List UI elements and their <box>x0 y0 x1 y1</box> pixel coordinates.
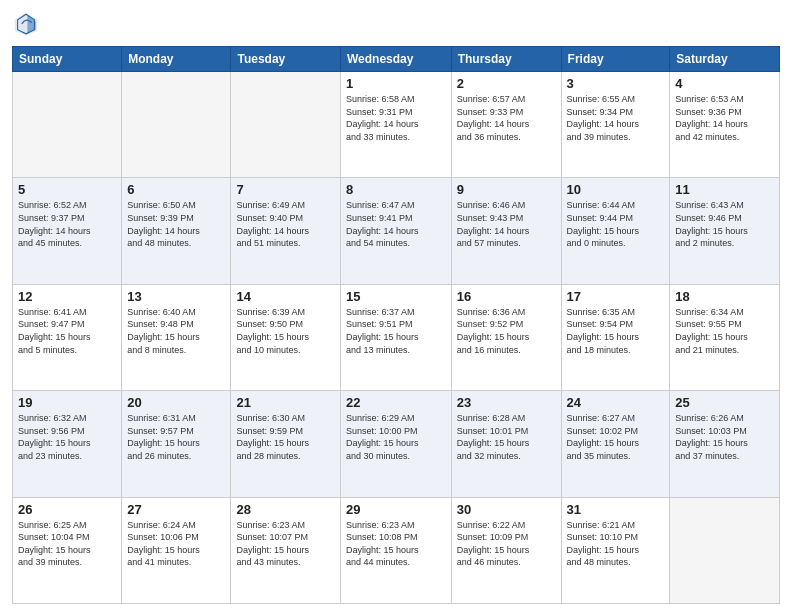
day-info: Sunrise: 6:50 AM Sunset: 9:39 PM Dayligh… <box>127 199 225 249</box>
day-cell: 3Sunrise: 6:55 AM Sunset: 9:34 PM Daylig… <box>561 72 670 178</box>
day-info: Sunrise: 6:27 AM Sunset: 10:02 PM Daylig… <box>567 412 665 462</box>
day-cell <box>670 497 780 603</box>
day-info: Sunrise: 6:21 AM Sunset: 10:10 PM Daylig… <box>567 519 665 569</box>
day-number: 28 <box>236 502 334 517</box>
day-cell: 20Sunrise: 6:31 AM Sunset: 9:57 PM Dayli… <box>122 391 231 497</box>
page: SundayMondayTuesdayWednesdayThursdayFrid… <box>0 0 792 612</box>
day-cell <box>122 72 231 178</box>
day-cell: 1Sunrise: 6:58 AM Sunset: 9:31 PM Daylig… <box>340 72 451 178</box>
day-info: Sunrise: 6:22 AM Sunset: 10:09 PM Daylig… <box>457 519 556 569</box>
day-cell: 9Sunrise: 6:46 AM Sunset: 9:43 PM Daylig… <box>451 178 561 284</box>
day-number: 31 <box>567 502 665 517</box>
day-cell: 5Sunrise: 6:52 AM Sunset: 9:37 PM Daylig… <box>13 178 122 284</box>
day-cell: 31Sunrise: 6:21 AM Sunset: 10:10 PM Dayl… <box>561 497 670 603</box>
day-info: Sunrise: 6:49 AM Sunset: 9:40 PM Dayligh… <box>236 199 334 249</box>
day-info: Sunrise: 6:40 AM Sunset: 9:48 PM Dayligh… <box>127 306 225 356</box>
day-number: 9 <box>457 182 556 197</box>
weekday-header-friday: Friday <box>561 47 670 72</box>
day-number: 13 <box>127 289 225 304</box>
day-info: Sunrise: 6:41 AM Sunset: 9:47 PM Dayligh… <box>18 306 116 356</box>
day-info: Sunrise: 6:36 AM Sunset: 9:52 PM Dayligh… <box>457 306 556 356</box>
day-number: 23 <box>457 395 556 410</box>
weekday-header-row: SundayMondayTuesdayWednesdayThursdayFrid… <box>13 47 780 72</box>
day-info: Sunrise: 6:29 AM Sunset: 10:00 PM Daylig… <box>346 412 446 462</box>
day-cell: 11Sunrise: 6:43 AM Sunset: 9:46 PM Dayli… <box>670 178 780 284</box>
week-row-1: 1Sunrise: 6:58 AM Sunset: 9:31 PM Daylig… <box>13 72 780 178</box>
week-row-4: 19Sunrise: 6:32 AM Sunset: 9:56 PM Dayli… <box>13 391 780 497</box>
day-cell: 24Sunrise: 6:27 AM Sunset: 10:02 PM Dayl… <box>561 391 670 497</box>
day-info: Sunrise: 6:31 AM Sunset: 9:57 PM Dayligh… <box>127 412 225 462</box>
day-info: Sunrise: 6:23 AM Sunset: 10:07 PM Daylig… <box>236 519 334 569</box>
weekday-header-monday: Monday <box>122 47 231 72</box>
day-cell: 21Sunrise: 6:30 AM Sunset: 9:59 PM Dayli… <box>231 391 340 497</box>
day-info: Sunrise: 6:23 AM Sunset: 10:08 PM Daylig… <box>346 519 446 569</box>
day-number: 15 <box>346 289 446 304</box>
day-cell: 23Sunrise: 6:28 AM Sunset: 10:01 PM Dayl… <box>451 391 561 497</box>
day-cell: 25Sunrise: 6:26 AM Sunset: 10:03 PM Dayl… <box>670 391 780 497</box>
day-info: Sunrise: 6:43 AM Sunset: 9:46 PM Dayligh… <box>675 199 774 249</box>
day-cell: 10Sunrise: 6:44 AM Sunset: 9:44 PM Dayli… <box>561 178 670 284</box>
day-number: 4 <box>675 76 774 91</box>
day-number: 30 <box>457 502 556 517</box>
day-number: 25 <box>675 395 774 410</box>
week-row-3: 12Sunrise: 6:41 AM Sunset: 9:47 PM Dayli… <box>13 284 780 390</box>
day-info: Sunrise: 6:44 AM Sunset: 9:44 PM Dayligh… <box>567 199 665 249</box>
day-number: 20 <box>127 395 225 410</box>
day-cell: 18Sunrise: 6:34 AM Sunset: 9:55 PM Dayli… <box>670 284 780 390</box>
day-info: Sunrise: 6:25 AM Sunset: 10:04 PM Daylig… <box>18 519 116 569</box>
day-number: 11 <box>675 182 774 197</box>
day-number: 18 <box>675 289 774 304</box>
day-cell: 19Sunrise: 6:32 AM Sunset: 9:56 PM Dayli… <box>13 391 122 497</box>
day-info: Sunrise: 6:26 AM Sunset: 10:03 PM Daylig… <box>675 412 774 462</box>
day-number: 1 <box>346 76 446 91</box>
day-cell: 17Sunrise: 6:35 AM Sunset: 9:54 PM Dayli… <box>561 284 670 390</box>
day-cell: 16Sunrise: 6:36 AM Sunset: 9:52 PM Dayli… <box>451 284 561 390</box>
day-info: Sunrise: 6:47 AM Sunset: 9:41 PM Dayligh… <box>346 199 446 249</box>
day-info: Sunrise: 6:32 AM Sunset: 9:56 PM Dayligh… <box>18 412 116 462</box>
day-number: 7 <box>236 182 334 197</box>
day-cell: 30Sunrise: 6:22 AM Sunset: 10:09 PM Dayl… <box>451 497 561 603</box>
day-info: Sunrise: 6:46 AM Sunset: 9:43 PM Dayligh… <box>457 199 556 249</box>
day-cell: 29Sunrise: 6:23 AM Sunset: 10:08 PM Dayl… <box>340 497 451 603</box>
day-number: 2 <box>457 76 556 91</box>
day-number: 27 <box>127 502 225 517</box>
day-info: Sunrise: 6:53 AM Sunset: 9:36 PM Dayligh… <box>675 93 774 143</box>
day-number: 29 <box>346 502 446 517</box>
calendar: SundayMondayTuesdayWednesdayThursdayFrid… <box>12 46 780 604</box>
day-number: 12 <box>18 289 116 304</box>
day-cell: 26Sunrise: 6:25 AM Sunset: 10:04 PM Dayl… <box>13 497 122 603</box>
day-info: Sunrise: 6:58 AM Sunset: 9:31 PM Dayligh… <box>346 93 446 143</box>
day-cell: 22Sunrise: 6:29 AM Sunset: 10:00 PM Dayl… <box>340 391 451 497</box>
day-number: 22 <box>346 395 446 410</box>
logo <box>12 10 44 38</box>
day-number: 21 <box>236 395 334 410</box>
day-cell: 13Sunrise: 6:40 AM Sunset: 9:48 PM Dayli… <box>122 284 231 390</box>
day-number: 5 <box>18 182 116 197</box>
day-info: Sunrise: 6:37 AM Sunset: 9:51 PM Dayligh… <box>346 306 446 356</box>
week-row-5: 26Sunrise: 6:25 AM Sunset: 10:04 PM Dayl… <box>13 497 780 603</box>
week-row-2: 5Sunrise: 6:52 AM Sunset: 9:37 PM Daylig… <box>13 178 780 284</box>
day-cell: 12Sunrise: 6:41 AM Sunset: 9:47 PM Dayli… <box>13 284 122 390</box>
day-number: 10 <box>567 182 665 197</box>
day-number: 6 <box>127 182 225 197</box>
weekday-header-saturday: Saturday <box>670 47 780 72</box>
day-cell: 15Sunrise: 6:37 AM Sunset: 9:51 PM Dayli… <box>340 284 451 390</box>
day-number: 3 <box>567 76 665 91</box>
day-info: Sunrise: 6:30 AM Sunset: 9:59 PM Dayligh… <box>236 412 334 462</box>
day-cell: 8Sunrise: 6:47 AM Sunset: 9:41 PM Daylig… <box>340 178 451 284</box>
day-number: 14 <box>236 289 334 304</box>
day-info: Sunrise: 6:28 AM Sunset: 10:01 PM Daylig… <box>457 412 556 462</box>
weekday-header-wednesday: Wednesday <box>340 47 451 72</box>
weekday-header-tuesday: Tuesday <box>231 47 340 72</box>
day-cell <box>231 72 340 178</box>
day-number: 26 <box>18 502 116 517</box>
day-cell: 6Sunrise: 6:50 AM Sunset: 9:39 PM Daylig… <box>122 178 231 284</box>
day-number: 16 <box>457 289 556 304</box>
day-info: Sunrise: 6:55 AM Sunset: 9:34 PM Dayligh… <box>567 93 665 143</box>
day-number: 8 <box>346 182 446 197</box>
day-cell: 7Sunrise: 6:49 AM Sunset: 9:40 PM Daylig… <box>231 178 340 284</box>
day-number: 24 <box>567 395 665 410</box>
day-info: Sunrise: 6:52 AM Sunset: 9:37 PM Dayligh… <box>18 199 116 249</box>
day-cell: 2Sunrise: 6:57 AM Sunset: 9:33 PM Daylig… <box>451 72 561 178</box>
logo-icon <box>12 10 40 38</box>
